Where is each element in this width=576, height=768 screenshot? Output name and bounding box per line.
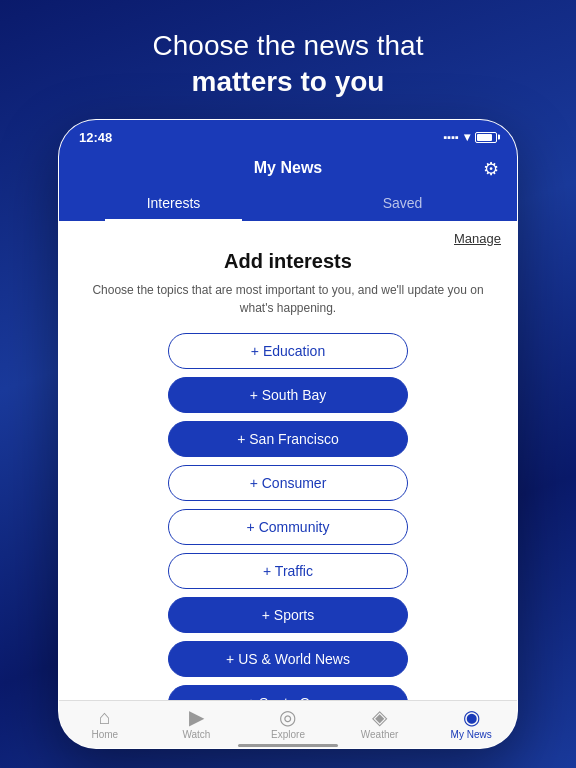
my-news-icon: ◉: [463, 707, 480, 727]
interest-btn-santa-cruz[interactable]: + Santa Cruz: [168, 685, 408, 700]
bottom-tab-my-news[interactable]: ◉ My News: [425, 707, 517, 740]
my-news-label: My News: [451, 729, 492, 740]
tab-saved[interactable]: Saved: [288, 187, 517, 221]
home-icon: ⌂: [99, 707, 111, 727]
home-label: Home: [91, 729, 118, 740]
signal-icon: ▪▪▪▪: [443, 131, 459, 143]
app-title: My News: [254, 159, 322, 177]
tab-interests[interactable]: Interests: [59, 187, 288, 221]
interest-btn-sports[interactable]: + Sports: [168, 597, 408, 633]
status-bar: 12:48 ▪▪▪▪ ▾: [59, 120, 517, 151]
phone-shell: 12:48 ▪▪▪▪ ▾ My News ⚙ Interests Saved M…: [58, 119, 518, 749]
headline-line2: matters to you: [192, 66, 385, 97]
interest-btn-us-world-news[interactable]: + US & World News: [168, 641, 408, 677]
bottom-tab-explore[interactable]: ◎ Explore: [242, 707, 334, 740]
interest-btn-community[interactable]: + Community: [168, 509, 408, 545]
watch-icon: ▶: [189, 707, 204, 727]
watch-label: Watch: [182, 729, 210, 740]
interest-btn-education[interactable]: + Education: [168, 333, 408, 369]
section-title: Add interests: [59, 250, 517, 273]
interest-btn-consumer[interactable]: + Consumer: [168, 465, 408, 501]
interest-btn-traffic[interactable]: + Traffic: [168, 553, 408, 589]
tab-bar: Interests Saved: [59, 187, 517, 221]
interests-list: + Education+ South Bay+ San Francisco+ C…: [59, 333, 517, 700]
explore-icon: ◎: [279, 707, 296, 727]
manage-link[interactable]: Manage: [454, 231, 501, 246]
manage-row: Manage: [59, 221, 517, 250]
bottom-tab-weather[interactable]: ◈ Weather: [334, 707, 426, 740]
bottom-bar: ⌂ Home ▶ Watch ◎ Explore ◈ Weather ◉ My …: [59, 700, 517, 744]
home-indicator: [59, 744, 517, 748]
status-icons: ▪▪▪▪ ▾: [443, 130, 497, 144]
section-subtitle: Choose the topics that are most importan…: [59, 281, 517, 317]
explore-label: Explore: [271, 729, 305, 740]
weather-label: Weather: [361, 729, 399, 740]
weather-icon: ◈: [372, 707, 387, 727]
headline-line1: Choose the news that: [153, 30, 424, 61]
gear-icon[interactable]: ⚙: [483, 158, 499, 180]
page-header: Choose the news that matters to you: [113, 0, 464, 119]
battery-icon: [475, 132, 497, 143]
status-time: 12:48: [79, 130, 112, 145]
headline: Choose the news that matters to you: [153, 28, 424, 101]
content-area: Manage Add interests Choose the topics t…: [59, 221, 517, 700]
bottom-tab-watch[interactable]: ▶ Watch: [151, 707, 243, 740]
home-pill: [238, 744, 338, 747]
bottom-tab-home[interactable]: ⌂ Home: [59, 707, 151, 740]
wifi-icon: ▾: [464, 130, 470, 144]
interest-btn-san-francisco[interactable]: + San Francisco: [168, 421, 408, 457]
interest-btn-south-bay[interactable]: + South Bay: [168, 377, 408, 413]
app-navbar: My News ⚙: [59, 151, 517, 187]
